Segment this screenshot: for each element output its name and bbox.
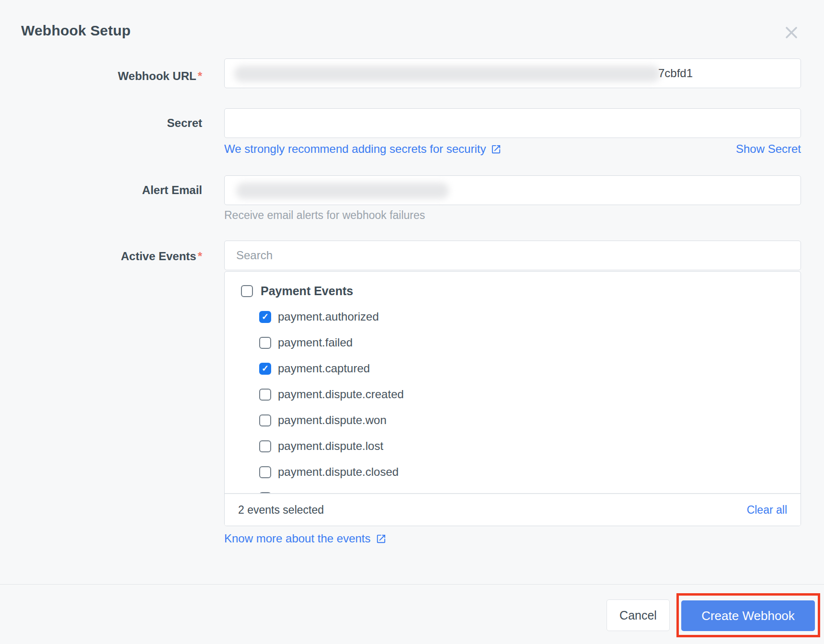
secret-recommendation-link[interactable]: We strongly recommend adding secrets for…: [224, 142, 502, 156]
page-title: Webhook Setup: [21, 22, 131, 39]
event-label: payment.dispute.created: [278, 388, 404, 401]
webhook-url-input[interactable]: 7cbfd1: [224, 58, 801, 88]
event-checkbox[interactable]: [259, 389, 271, 401]
event-checkbox[interactable]: [259, 337, 271, 349]
event-search-input[interactable]: [225, 241, 801, 270]
alert-email-input[interactable]: [224, 175, 801, 205]
event-row: payment.dispute.under_review: [225, 485, 801, 493]
event-row: payment.dispute.created: [225, 381, 801, 407]
required-asterisk: *: [198, 250, 202, 263]
event-row: payment.failed: [225, 330, 801, 356]
know-more-link[interactable]: Know more about the events: [224, 532, 387, 545]
webhook-url-visible-suffix: 7cbfd1: [658, 67, 693, 80]
redacted-url-value: [234, 66, 660, 82]
event-row: payment.dispute.closed: [225, 459, 801, 485]
event-label: payment.dispute.won: [278, 414, 387, 427]
event-group-label: Payment Events: [261, 284, 353, 298]
event-row: ✓ payment.captured: [225, 356, 801, 381]
secret-label: Secret: [167, 117, 202, 129]
create-webhook-button[interactable]: Create Webhook: [681, 600, 815, 631]
required-asterisk: *: [198, 69, 202, 82]
event-checkbox[interactable]: [259, 466, 271, 478]
redacted-email-value: [236, 183, 449, 199]
close-button[interactable]: [782, 23, 801, 42]
event-row: ✓ payment.authorized: [225, 304, 801, 330]
footer-divider: [0, 584, 824, 585]
external-link-icon: [376, 533, 387, 544]
event-label: payment.dispute.closed: [278, 465, 399, 479]
event-list-footer: 2 events selected Clear all: [225, 493, 801, 526]
event-label: payment.authorized: [278, 310, 379, 323]
webhook-url-label: Webhook URL*: [118, 70, 202, 82]
show-secret-link[interactable]: Show Secret: [736, 142, 801, 156]
event-checkbox[interactable]: ✓: [259, 363, 271, 375]
event-search-box: [224, 241, 801, 270]
alert-email-label: Alert Email: [142, 184, 202, 196]
event-group-row: Payment Events: [225, 278, 801, 304]
event-label: payment.failed: [278, 336, 353, 349]
close-icon: [784, 25, 799, 40]
event-checkbox[interactable]: ✓: [259, 311, 271, 323]
event-label: payment.dispute.lost: [278, 439, 383, 453]
clear-all-link[interactable]: Clear all: [747, 504, 787, 517]
webhook-setup-modal: Webhook Setup Webhook URL* 7cbfd1 Secret…: [0, 0, 824, 644]
secret-input[interactable]: [224, 108, 801, 138]
event-checkbox[interactable]: [259, 414, 271, 426]
event-list[interactable]: Payment Events ✓ payment.authorized paym…: [225, 272, 801, 493]
event-label: payment.captured: [278, 362, 370, 375]
selected-count: 2 events selected: [238, 504, 324, 517]
event-list-box: Payment Events ✓ payment.authorized paym…: [224, 271, 801, 526]
external-link-icon: [491, 144, 502, 155]
event-checkbox[interactable]: [259, 440, 271, 452]
alert-email-helper: Receive email alerts for webhook failure…: [224, 209, 425, 222]
group-checkbox[interactable]: [241, 285, 253, 297]
cancel-button[interactable]: Cancel: [607, 599, 670, 631]
event-row: payment.dispute.lost: [225, 433, 801, 459]
event-row: payment.dispute.won: [225, 407, 801, 433]
active-events-label: Active Events*: [121, 250, 202, 263]
